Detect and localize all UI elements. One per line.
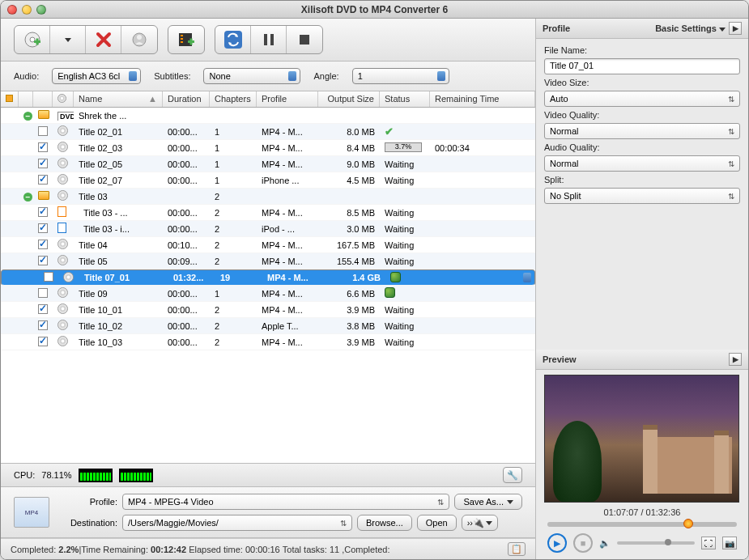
stop-button[interactable] bbox=[287, 26, 322, 53]
angle-select[interactable]: 1 bbox=[352, 68, 449, 84]
save-as-button[interactable]: Save As... bbox=[454, 494, 522, 510]
subtitles-select[interactable]: None bbox=[203, 68, 300, 84]
file-list[interactable]: −DVDShrek the ...Title 02_0100:00...1MP4… bbox=[1, 108, 535, 463]
output-panel: MP4 Profile: MP4 - MPEG-4 Video Save As.… bbox=[1, 487, 535, 538]
table-row[interactable]: Title 0400:10...2MP4 - M...167.5 MBWaiti… bbox=[1, 237, 535, 253]
table-row[interactable]: −DVDShrek the ... bbox=[1, 108, 535, 124]
row-checkbox[interactable] bbox=[38, 256, 48, 265]
video-size-select[interactable]: Auto bbox=[544, 91, 740, 107]
row-checkbox[interactable] bbox=[38, 159, 48, 168]
pause-button[interactable] bbox=[251, 26, 287, 53]
add-menu-dropdown[interactable] bbox=[50, 26, 86, 53]
destination-label: Destination: bbox=[57, 518, 117, 528]
video-quality-select[interactable]: Normal bbox=[544, 123, 740, 139]
audio-select[interactable]: English AC3 6cl bbox=[52, 68, 141, 84]
expand-preview-button[interactable]: ▶ bbox=[729, 353, 742, 366]
audio-quality-select[interactable]: Normal bbox=[544, 155, 740, 172]
window-title: Xilisoft DVD to MP4 Converter 6 bbox=[1, 4, 748, 15]
video-size-label: Video Size: bbox=[544, 78, 740, 87]
video-quality-label: Video Quality: bbox=[544, 110, 740, 120]
row-checkbox[interactable] bbox=[38, 337, 48, 346]
app-window: Xilisoft DVD to MP4 Converter 6 bbox=[0, 0, 749, 560]
volume-slider[interactable] bbox=[617, 541, 695, 545]
titlebar: Xilisoft DVD to MP4 Converter 6 bbox=[1, 1, 748, 19]
basic-settings-toggle[interactable]: Basic Settings bbox=[655, 23, 726, 33]
table-row[interactable]: Title 10_0300:00...2MP4 - M...3.9 MBWait… bbox=[1, 334, 535, 350]
preview-stop-button[interactable]: ■ bbox=[573, 533, 593, 553]
cpu-bar: CPU:78.11% 🔧 bbox=[1, 463, 535, 487]
filename-input[interactable]: Title 07_01 bbox=[544, 58, 740, 74]
fullscreen-button[interactable]: ⛶ bbox=[701, 537, 716, 549]
table-row[interactable]: Title 07_0101:32...19MP4 - M...1.4 GB bbox=[1, 269, 535, 286]
browse-button[interactable]: Browse... bbox=[357, 515, 412, 531]
cpu-graph-icon bbox=[79, 469, 113, 482]
row-checkbox[interactable] bbox=[38, 207, 48, 217]
row-checkbox[interactable] bbox=[44, 272, 53, 282]
table-row[interactable]: Title 02_0700:00...1iPhone ...4.5 MBWait… bbox=[1, 172, 535, 189]
svg-point-5 bbox=[137, 35, 142, 40]
row-checkbox[interactable] bbox=[38, 142, 48, 152]
col-master-check bbox=[1, 91, 19, 107]
log-button[interactable]: 📋 bbox=[508, 542, 526, 556]
profile-form: File Name: Title 07_01 Video Size: Auto … bbox=[536, 39, 748, 210]
svg-rect-15 bbox=[300, 35, 309, 45]
svg-rect-9 bbox=[181, 41, 183, 43]
row-checkbox[interactable] bbox=[38, 223, 48, 233]
profile-select[interactable]: MP4 - MPEG-4 Video bbox=[122, 494, 449, 510]
svg-rect-14 bbox=[270, 34, 274, 45]
add-disc-button[interactable] bbox=[15, 26, 50, 53]
table-row[interactable]: Title 10_0200:00...2Apple T...3.8 MBWait… bbox=[1, 318, 535, 334]
table-row[interactable]: Title 0500:09...2MP4 - M...155.4 MBWaiti… bbox=[1, 253, 535, 269]
preview-panel-header: Preview ▶ bbox=[536, 350, 748, 370]
svg-rect-3 bbox=[36, 39, 38, 45]
remove-button[interactable] bbox=[86, 26, 121, 53]
volume-icon[interactable]: 🔈 bbox=[599, 538, 611, 549]
split-label: Split: bbox=[544, 175, 740, 185]
table-row[interactable]: Title 0900:00...1MP4 - M...6.6 MB bbox=[1, 286, 535, 302]
post-action-button[interactable]: ››🔌 bbox=[462, 515, 498, 531]
subtitles-label: Subtitles: bbox=[154, 71, 190, 81]
preview-time: 01:07:07 / 01:32:36 bbox=[544, 503, 740, 522]
toolbar bbox=[1, 19, 535, 62]
stream-selectors: Audio: English AC3 6cl Subtitles: None A… bbox=[1, 62, 535, 91]
svg-rect-7 bbox=[181, 35, 183, 36]
table-row[interactable]: Title 10_0100:00...2MP4 - M...3.9 MBWait… bbox=[1, 302, 535, 318]
table-row[interactable]: Title 02_0300:00...1MP4 - M...8.4 MB3.7%… bbox=[1, 140, 535, 156]
profile-panel-header: Profile Basic Settings ▶ bbox=[536, 19, 748, 39]
add-profile-button[interactable] bbox=[168, 26, 204, 53]
destination-select[interactable]: /Users/Maggie/Movies/ bbox=[122, 515, 352, 531]
convert-button[interactable] bbox=[215, 26, 251, 53]
table-row[interactable]: Title 02_0500:00...1MP4 - M...9.0 MBWait… bbox=[1, 156, 535, 172]
cpu-label: CPU: bbox=[14, 470, 35, 480]
row-checkbox[interactable] bbox=[38, 304, 48, 314]
angle-label: Angle: bbox=[313, 71, 338, 81]
snapshot-button[interactable]: 📷 bbox=[722, 537, 737, 549]
open-button[interactable]: Open bbox=[417, 515, 457, 531]
row-checkbox[interactable] bbox=[38, 288, 48, 298]
preview-video[interactable] bbox=[544, 375, 739, 503]
cpu-value: 78.11% bbox=[41, 470, 71, 480]
expand-panel-button[interactable]: ▶ bbox=[729, 22, 742, 35]
row-checkbox[interactable] bbox=[38, 126, 48, 136]
profile-label: Profile: bbox=[57, 497, 117, 507]
seek-slider[interactable] bbox=[547, 522, 737, 527]
audio-label: Audio: bbox=[14, 71, 39, 81]
row-checkbox[interactable] bbox=[38, 240, 48, 249]
table-row[interactable]: Title 03 - ...00:00...2MP4 - M...8.5 MBW… bbox=[1, 205, 535, 221]
split-select[interactable]: No Split bbox=[544, 188, 740, 204]
row-checkbox[interactable] bbox=[38, 175, 48, 185]
column-headers[interactable]: Name ▲ Duration Chapters Profile Output … bbox=[1, 91, 535, 108]
status-bar: Completed: 2.2% | Time Remaining: 00:12:… bbox=[1, 538, 535, 559]
settings-button[interactable]: 🔧 bbox=[503, 467, 522, 483]
table-row[interactable]: −Title 032 bbox=[1, 189, 535, 205]
table-row[interactable]: Title 02_0100:00...1MP4 - M...8.0 MB✔ bbox=[1, 124, 535, 140]
svg-rect-8 bbox=[181, 38, 183, 40]
profile-thumbnail-icon: MP4 bbox=[14, 497, 49, 528]
audio-quality-label: Audio Quality: bbox=[544, 142, 740, 152]
svg-rect-13 bbox=[264, 34, 267, 45]
cpu-graph-icon bbox=[119, 469, 153, 482]
play-button[interactable]: ▶ bbox=[547, 533, 567, 553]
table-row[interactable]: Title 03 - i...00:00...2iPod - ...3.0 MB… bbox=[1, 221, 535, 237]
row-checkbox[interactable] bbox=[38, 320, 48, 330]
clear-button[interactable] bbox=[121, 26, 157, 53]
